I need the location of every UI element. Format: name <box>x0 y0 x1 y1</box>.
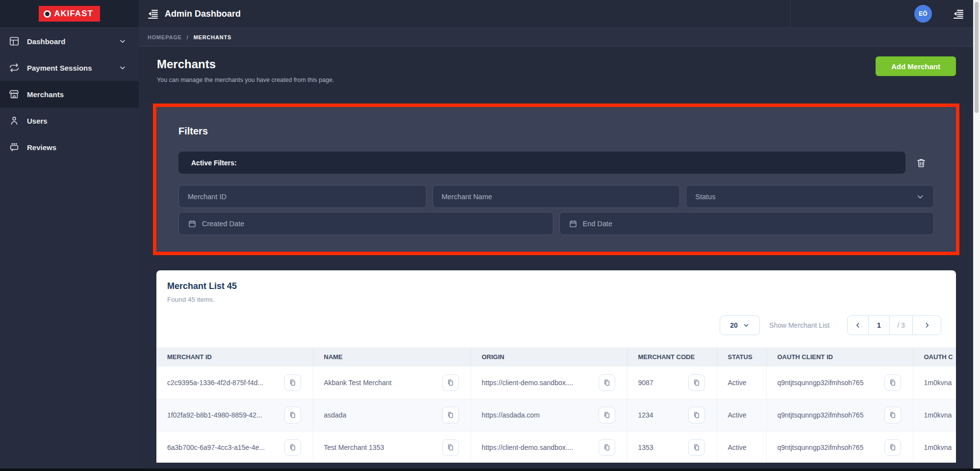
merchant-id-field[interactable] <box>178 185 427 208</box>
vertical-scrollbar[interactable] <box>973 0 980 471</box>
copy-icon <box>693 411 701 419</box>
main-area: Admin Dashboard EÖ HOMEPAGE / MERCHANTS … <box>139 0 973 471</box>
table-header-row: MERCHANT ID NAME ORIGIN MERCHANT CODE ST… <box>156 347 956 366</box>
table-row: 1f02fa92-b8b1-4980-8859-42... asdada htt… <box>156 399 956 431</box>
chevron-down-icon <box>743 322 750 329</box>
copy-button[interactable] <box>884 407 901 423</box>
copy-icon <box>289 411 297 419</box>
copy-icon <box>693 379 701 387</box>
merchant-list-header: Merchant List 45 Found 45 items. 20 Show… <box>156 281 956 336</box>
merchants-icon <box>9 89 20 100</box>
copy-button[interactable] <box>442 374 459 391</box>
breadcrumb-merchants: MERCHANTS <box>194 34 231 40</box>
merchant-name-input[interactable] <box>442 193 671 201</box>
copy-icon <box>889 379 897 387</box>
active-filters-label: Active Filters: <box>191 159 237 167</box>
cell-merchant-code: 1234 <box>638 411 653 419</box>
copy-button[interactable] <box>884 374 901 391</box>
copy-button[interactable] <box>442 439 459 456</box>
reviews-icon <box>9 142 20 153</box>
copy-icon <box>889 444 897 451</box>
cell-origin: https://client-demo.sandbox.... <box>482 379 574 387</box>
cell-merchant-id: 1f02fa92-b8b1-4980-8859-42... <box>167 411 262 419</box>
merchant-id-input[interactable] <box>188 193 417 201</box>
show-merchant-list-label: Show Merchant List <box>769 321 829 329</box>
logo-area: AKIFAST <box>0 0 139 28</box>
akifast-logo[interactable]: AKIFAST <box>39 6 100 22</box>
merchant-list-title: Merchant List 45 <box>167 281 945 291</box>
logo-text: AKIFAST <box>54 9 93 19</box>
chevron-down-icon <box>119 64 126 72</box>
cell-status: Active <box>728 379 747 387</box>
collapse-sidebar-icon[interactable] <box>147 8 159 20</box>
col-oauth-client-id: OAUTH CLIENT ID <box>766 347 913 366</box>
copy-button[interactable] <box>688 374 705 391</box>
cell-oauth-client-id: q9ntjtsqunngp32ifmhsoh765 <box>778 411 864 419</box>
topbar: Admin Dashboard EÖ <box>139 0 973 28</box>
col-name: NAME <box>313 347 471 366</box>
scrollbar-thumb[interactable] <box>975 2 979 113</box>
cell-name: Test Merchant 1353 <box>324 444 384 451</box>
copy-icon <box>603 379 611 387</box>
prev-page-button[interactable] <box>848 316 869 335</box>
end-date-placeholder: End Date <box>583 220 925 228</box>
merchant-table-wrap: MERCHANT ID NAME ORIGIN MERCHANT CODE ST… <box>156 347 956 463</box>
total-pages: / 3 <box>890 316 913 335</box>
cell-oauth-client-secret: 1m0kvna <box>924 379 952 387</box>
add-merchant-button[interactable]: Add Merchant <box>876 56 956 76</box>
col-origin: ORIGIN <box>471 347 627 366</box>
cell-oauth-client-id: q9ntjtsqunngp32ifmhsoh765 <box>778 379 864 387</box>
status-select[interactable]: Status <box>686 185 934 208</box>
filters-highlight-outline: Filters Active Filters: <box>153 104 959 255</box>
next-page-button[interactable] <box>913 316 941 335</box>
chevron-right-icon <box>924 322 930 329</box>
copy-button[interactable] <box>599 407 615 423</box>
sidebar-item-merchants[interactable]: Merchants <box>0 81 139 107</box>
copy-button[interactable] <box>284 439 301 456</box>
trash-icon <box>916 157 927 168</box>
copy-button[interactable] <box>599 374 615 391</box>
sidebar-item-payment-sessions[interactable]: Payment Sessions <box>0 54 139 81</box>
merchant-table: MERCHANT ID NAME ORIGIN MERCHANT CODE ST… <box>156 347 956 463</box>
chevron-down-icon <box>119 37 126 45</box>
app-title: Admin Dashboard <box>165 9 241 19</box>
page-header: Merchants You can manage the merchants y… <box>139 47 973 102</box>
sidebar: AKIFAST Dashboard Payment Sessions Merch… <box>0 0 139 471</box>
window-bottom-edge <box>0 469 980 471</box>
sidebar-item-users[interactable]: Users <box>0 107 139 134</box>
pagination: 1 / 3 <box>847 315 941 335</box>
page-subtitle: You can manage the merchants you have cr… <box>157 77 973 83</box>
copy-icon <box>289 379 297 387</box>
breadcrumb-homepage[interactable]: HOMEPAGE <box>148 34 182 40</box>
copy-button[interactable] <box>884 439 901 456</box>
copy-button[interactable] <box>442 407 459 423</box>
copy-button[interactable] <box>284 407 301 423</box>
collapse-panel-icon[interactable] <box>953 8 964 20</box>
end-date-field[interactable]: End Date <box>559 212 934 235</box>
copy-button[interactable] <box>688 439 705 456</box>
breadcrumb-separator: / <box>187 34 189 40</box>
created-date-field[interactable]: Created Date <box>178 212 553 235</box>
current-page[interactable]: 1 <box>869 316 890 335</box>
users-icon <box>9 115 20 126</box>
sidebar-item-dashboard[interactable]: Dashboard <box>0 28 139 54</box>
cell-merchant-id: 6a3b700c-6a97-4cc3-a15e-4e... <box>167 444 265 451</box>
copy-icon <box>289 444 297 451</box>
sidebar-item-label: Payment Sessions <box>27 64 119 72</box>
topbar-right: EÖ <box>914 5 964 23</box>
clear-filters-button[interactable] <box>908 152 934 174</box>
chevron-left-icon <box>854 322 861 329</box>
filters-row-2: Created Date End Date <box>178 212 934 235</box>
page-size-select[interactable]: 20 <box>720 315 760 335</box>
avatar[interactable]: EÖ <box>914 5 932 23</box>
copy-button[interactable] <box>599 439 615 456</box>
sidebar-item-reviews[interactable]: Reviews <box>0 134 139 160</box>
sidebar-item-label: Dashboard <box>27 37 119 46</box>
page-size-value: 20 <box>730 321 738 329</box>
cell-origin: https://asdada.com <box>482 411 540 419</box>
merchant-name-field[interactable] <box>432 185 680 208</box>
cell-merchant-code: 9087 <box>638 379 653 387</box>
copy-button[interactable] <box>688 407 705 423</box>
sidebar-nav: Dashboard Payment Sessions Merchants Use… <box>0 28 139 160</box>
copy-button[interactable] <box>284 374 301 391</box>
